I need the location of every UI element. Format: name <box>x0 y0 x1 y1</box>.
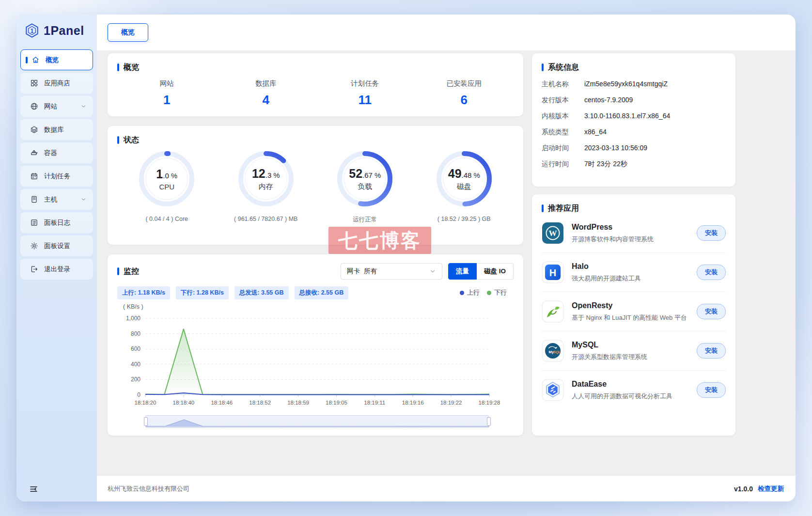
app-row-halo: H Halo 强大易用的开源建站工具 安装 <box>542 253 726 292</box>
stat-value[interactable]: 11 <box>315 93 415 108</box>
gauge-value: 1.0% <box>156 167 177 181</box>
svg-text:H: H <box>549 267 556 278</box>
sidebar-item-logout[interactable]: 退出登录 <box>20 259 93 280</box>
app-description: 开源博客软件和内容管理系统 <box>572 235 654 244</box>
sidebar-item-panel-settings[interactable]: 面板设置 <box>20 235 93 256</box>
install-button-halo[interactable]: 安装 <box>697 265 726 280</box>
sidebar-item-panel-log[interactable]: 面板日志 <box>20 212 93 233</box>
overview-stat: 已安装应用 6 <box>415 79 514 108</box>
sidebar-item-website[interactable]: 网站 <box>20 96 93 117</box>
sidebar-item-host[interactable]: 主机 <box>20 189 93 210</box>
legend-item-下行[interactable]: 下行 <box>487 288 507 297</box>
stat-label: 数据库 <box>217 79 316 88</box>
info-value: x86_64 <box>584 127 607 137</box>
zoom-handle-left[interactable] <box>144 417 148 426</box>
status-card-header: 状态 <box>117 135 514 145</box>
stat-value[interactable]: 4 <box>217 93 316 108</box>
footer: 杭州飞致云信息科技有限公司 v1.0.0 检查更新 <box>97 475 796 501</box>
gauge-value: 12.3% <box>252 167 280 181</box>
gauge-caption: ( 0.04 / 4 ) Core <box>145 216 188 222</box>
info-value: 7时 23分 22秒 <box>584 159 627 169</box>
sidebar-item-database[interactable]: 数据库 <box>20 119 93 140</box>
sidebar-item-cronjob[interactable]: 计划任务 <box>20 166 93 187</box>
app-name[interactable]: Halo <box>572 262 641 271</box>
svg-text:400: 400 <box>131 361 141 368</box>
disk-io-mode-button[interactable]: 磁盘 IO <box>477 263 514 280</box>
app-name[interactable]: WordPress <box>572 223 654 232</box>
topbar: 概览 <box>97 15 796 50</box>
overview-stat: 计划任务 11 <box>315 79 415 108</box>
stat-value[interactable]: 6 <box>415 93 514 108</box>
wordpress-icon: W <box>542 222 564 244</box>
traffic-tag: 总接收: 2.55 GB <box>295 286 349 299</box>
app-description: 人人可用的开源数据可视化分析工具 <box>572 392 672 401</box>
zoom-handle-right[interactable] <box>487 417 491 426</box>
legend-dot <box>460 291 464 295</box>
app-row-mysql: MySQL MySQL 开源关系型数据库管理系统 安装 <box>542 331 726 371</box>
svg-text:18:19:16: 18:19:16 <box>402 400 424 406</box>
section-bar <box>117 63 119 71</box>
gauge-label: 负载 <box>358 182 372 191</box>
chart-legend: 上行下行 <box>460 288 514 297</box>
sidebar-item-label: 面板设置 <box>44 242 70 250</box>
section-bar <box>117 136 119 144</box>
gauge-CPU: 1.0% CPU ( 0.04 / 4 ) Core <box>117 147 217 224</box>
system-info-row: 运行时间 7时 23分 22秒 <box>542 159 726 169</box>
traffic-mode-button[interactable]: 流量 <box>448 263 477 280</box>
sidebar-item-label: 概览 <box>46 56 59 64</box>
stat-value[interactable]: 1 <box>117 93 217 108</box>
check-update-link[interactable]: 检查更新 <box>758 485 784 493</box>
svg-text:0: 0 <box>137 391 141 398</box>
overview-card: 概览 网站 1数据库 4计划任务 11已安装应用 6 <box>108 53 523 116</box>
system-info-rows: 主机名称 iZm5e8e59yxk61q4smtgqiZ发行版本 centos-… <box>542 79 726 169</box>
app-name[interactable]: DataEase <box>572 380 672 389</box>
svg-text:SQL: SQL <box>553 350 561 354</box>
chevron-down-icon <box>80 103 87 109</box>
svg-text:1: 1 <box>31 28 34 34</box>
system-info-row: 启动时间 2023-03-13 10:56:09 <box>542 143 726 153</box>
overview-stat: 数据库 4 <box>217 79 316 108</box>
install-button-dataease[interactable]: 安装 <box>697 382 726 398</box>
nic-select-prefix: 网卡 <box>347 267 360 276</box>
host-icon <box>30 195 38 203</box>
gauge-ring: 49.48% 磁盘 <box>433 147 496 210</box>
main-area: 概览 概览 网站 1数据库 4计划任务 11已安装应用 6 状态 <box>97 15 796 501</box>
system-info-row: 主机名称 iZm5e8e59yxk61q4smtgqiZ <box>542 79 726 89</box>
legend-item-上行[interactable]: 上行 <box>460 288 480 297</box>
install-button-mysql[interactable]: 安装 <box>697 343 726 359</box>
system-info-row: 内核版本 3.10.0-1160.83.1.el7.x86_64 <box>542 111 726 121</box>
app-name[interactable]: MySQL <box>572 341 647 349</box>
sidebar-menu: 概览应用商店网站数据库容器计划任务主机面板日志面板设置退出登录 <box>16 47 97 476</box>
sidebar-item-container[interactable]: 容器 <box>20 142 93 163</box>
system-info-row: 系统类型 x86_64 <box>542 127 726 137</box>
svg-text:18:19:28: 18:19:28 <box>479 400 500 406</box>
svg-text:18:19:22: 18:19:22 <box>440 400 462 406</box>
svg-text:( KB/s ): ( KB/s ) <box>123 303 143 310</box>
recommended-apps-card: 推荐应用 W WordPress 开源博客软件和内容管理系统 安装H Halo … <box>532 194 735 436</box>
overview-card-title: 概览 <box>124 63 139 73</box>
chevron-down-icon <box>80 196 87 203</box>
chevron-down-icon <box>429 268 436 275</box>
globe-icon <box>30 102 38 110</box>
gauge-caption: ( 18.52 / 39.25 ) GB <box>437 216 491 222</box>
gauge-磁盘: 49.48% 磁盘 ( 18.52 / 39.25 ) GB <box>415 147 514 224</box>
install-button-wordpress[interactable]: 安装 <box>697 225 726 241</box>
chart-zoom-slider[interactable] <box>145 415 489 428</box>
app-name[interactable]: OpenResty <box>572 301 687 310</box>
legend-dot <box>487 291 491 295</box>
sidebar-collapse-button[interactable] <box>16 476 97 501</box>
gauge-label: CPU <box>159 183 174 191</box>
nic-select[interactable]: 网卡 所有 <box>341 263 442 280</box>
install-button-openresty[interactable]: 安装 <box>697 304 726 319</box>
info-label: 主机名称 <box>542 79 584 89</box>
status-gauges: 1.0% CPU ( 0.04 / 4 ) Core 12.3% 内存 ( 96… <box>117 147 514 224</box>
sidebar-item-overview[interactable]: 概览 <box>20 49 93 70</box>
svg-text:18:18:20: 18:18:20 <box>135 400 156 406</box>
app-logo: 1 1Panel <box>16 15 97 47</box>
section-bar <box>117 267 119 275</box>
nic-select-value: 所有 <box>364 267 377 276</box>
tab-overview[interactable]: 概览 <box>108 23 148 42</box>
sidebar-item-app-store[interactable]: 应用商店 <box>20 73 93 94</box>
svg-text:W: W <box>549 229 557 238</box>
svg-text:18:19:05: 18:19:05 <box>326 400 347 406</box>
